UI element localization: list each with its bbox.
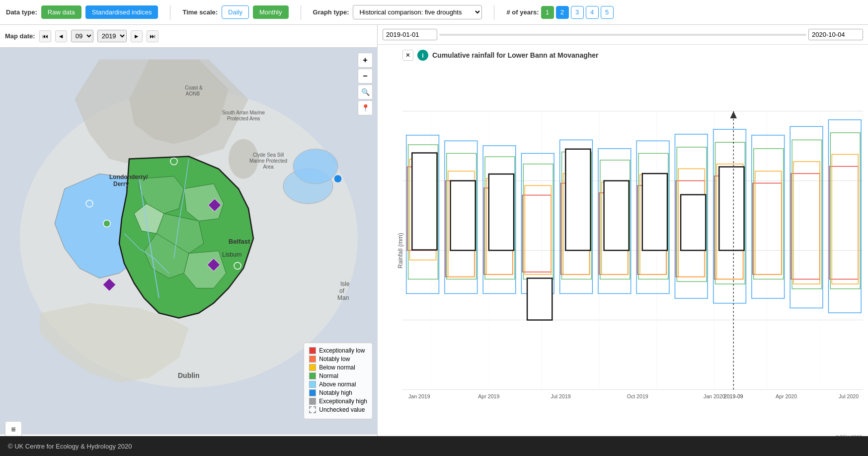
- svg-text:Derry: Derry: [113, 181, 129, 187]
- svg-text:Protected Area: Protected Area: [227, 116, 260, 121]
- svg-rect-95: [489, 174, 514, 251]
- map-last-btn[interactable]: ⏭: [147, 30, 158, 42]
- map-first-btn[interactable]: ⏮: [39, 30, 51, 42]
- svg-rect-97: [565, 149, 590, 251]
- legend-item-exc-high: Exceptionally high: [309, 398, 367, 405]
- main-toolbar: Data type: Raw data Standardised indices…: [0, 0, 868, 25]
- standardised-indices-button[interactable]: Standardised indices: [85, 5, 158, 19]
- svg-text:Dublin: Dublin: [178, 371, 200, 379]
- svg-point-4: [103, 220, 110, 227]
- y-axis-label: Rainfall (mm): [397, 233, 404, 268]
- year-btn-3[interactable]: 3: [571, 6, 584, 19]
- date-range-bar: 2019-01-01 2020-10-04: [378, 25, 868, 45]
- svg-rect-84: [521, 153, 554, 293]
- legend-item-notably-low: Notably low: [309, 356, 367, 363]
- svg-point-11: [293, 149, 338, 184]
- svg-text:Jan 2020: Jan 2020: [704, 393, 725, 399]
- map-legend: Exceptionally low Notably low Below norm…: [304, 343, 373, 419]
- svg-rect-98: [604, 181, 629, 250]
- svg-point-12: [334, 175, 342, 183]
- data-type-label: Data type:: [6, 8, 37, 16]
- daily-button[interactable]: Daily: [222, 5, 249, 19]
- svg-rect-79: [792, 140, 822, 288]
- svg-rect-66: [755, 171, 782, 274]
- svg-rect-94: [451, 181, 475, 250]
- graph-title: Cumulative rainfall for Lower Bann at Mo…: [432, 51, 599, 59]
- year-btn-4[interactable]: 4: [586, 6, 599, 19]
- legend-color-above-normal: [309, 381, 316, 388]
- legend-label-notably-high: Notably high: [319, 389, 352, 396]
- legend-label-normal: Normal: [319, 372, 338, 379]
- year-btn-1[interactable]: 1: [541, 6, 554, 19]
- legend-label-exc-low: Exceptionally low: [319, 347, 365, 354]
- svg-text:Area: Area: [263, 164, 274, 170]
- end-date-input[interactable]: 2020-10-04: [808, 29, 863, 40]
- svg-rect-100: [681, 194, 706, 250]
- month-select[interactable]: 010203 040506 070809 101112: [71, 30, 93, 42]
- map-panel: Map date: ⏮ ◄ 010203 040506 070809 10111…: [0, 25, 378, 456]
- legend-item-normal: Normal: [309, 372, 367, 379]
- time-scale-label: Time scale:: [182, 8, 218, 16]
- legend-label-unchecked: Unchecked value: [319, 406, 365, 413]
- layers-button[interactable]: ≡: [5, 421, 22, 438]
- legend-label-exc-high: Exceptionally high: [319, 398, 367, 405]
- legend-color-normal: [309, 372, 316, 379]
- year-select[interactable]: 201820192020: [97, 30, 127, 42]
- time-scale-group: Time scale: Daily Monthly: [182, 5, 288, 19]
- copyright-text: © UK Centre for Ecology & Hydrology 2020: [8, 443, 132, 450]
- svg-rect-67: [793, 162, 820, 284]
- map-next-btn[interactable]: ►: [131, 30, 143, 42]
- legend-color-below-normal: [309, 364, 316, 371]
- monthly-button[interactable]: Monthly: [253, 5, 289, 19]
- zoom-in-button[interactable]: +: [358, 53, 373, 68]
- year-btn-5[interactable]: 5: [601, 6, 614, 19]
- location-button[interactable]: 📍: [358, 100, 373, 115]
- svg-rect-60: [525, 185, 551, 274]
- svg-rect-80: [830, 133, 860, 289]
- chart-svg: 200 150 100 50: [402, 65, 863, 436]
- svg-text:2019-09: 2019-09: [724, 393, 743, 399]
- svg-rect-99: [642, 174, 667, 251]
- graph-panel: 2019-01-01 2020-10-04 ✕ i Cumulative rai…: [378, 25, 868, 456]
- svg-text:Apr 2019: Apr 2019: [478, 393, 499, 399]
- close-graph-button[interactable]: ✕: [402, 50, 413, 61]
- start-date-input[interactable]: 2019-01-01: [383, 29, 437, 40]
- raw-data-button[interactable]: Raw data: [41, 5, 81, 19]
- svg-rect-96: [527, 278, 552, 320]
- year-btn-2[interactable]: 2: [556, 6, 569, 19]
- map-container: Londonderry/ Derry Belfast Lisburn Isle …: [0, 48, 378, 434]
- svg-rect-101: [719, 167, 744, 250]
- legend-color-exc-low: [309, 347, 316, 354]
- legend-item-exc-low: Exceptionally low: [309, 347, 367, 354]
- num-years-group: # of years: 1 2 3 4 5: [506, 6, 613, 19]
- svg-text:Oct 2019: Oct 2019: [627, 393, 648, 399]
- svg-text:Isle: Isle: [340, 280, 350, 287]
- svg-text:Man: Man: [337, 294, 349, 301]
- svg-text:Londonderry/: Londonderry/: [109, 174, 148, 181]
- svg-marker-103: [730, 111, 737, 118]
- legend-item-below-normal: Below normal: [309, 364, 367, 371]
- svg-point-6: [234, 263, 241, 270]
- map-prev-btn[interactable]: ◄: [55, 30, 67, 42]
- graph-type-select[interactable]: Historical comparison: five droughts: [353, 5, 482, 19]
- search-button[interactable]: 🔍: [358, 85, 373, 99]
- num-years-label: # of years:: [506, 8, 539, 16]
- svg-text:Marine Protected: Marine Protected: [249, 158, 287, 164]
- legend-label-above-normal: Above normal: [319, 381, 356, 388]
- graph-content-area: ✕ i Cumulative rainfall for Lower Bann a…: [378, 45, 868, 456]
- graph-type-label: Graph type:: [313, 8, 349, 16]
- bottom-bar: © UK Centre for Ecology & Hydrology 2020: [0, 436, 868, 456]
- graph-title-bar: ✕ i Cumulative rainfall for Lower Bann a…: [402, 50, 863, 61]
- map-toolbar: Map date: ⏮ ◄ 010203 040506 070809 10111…: [0, 25, 377, 48]
- legend-item-unchecked: Unchecked value: [309, 406, 367, 413]
- toolbar-separator-1: [170, 5, 170, 20]
- svg-rect-56: [829, 167, 858, 279]
- legend-label-below-normal: Below normal: [319, 364, 355, 371]
- graph-type-group: Graph type: Historical comparison: five …: [313, 5, 482, 19]
- date-range-slider[interactable]: [439, 34, 806, 36]
- legend-item-notably-high: Notably high: [309, 389, 367, 396]
- zoom-out-button[interactable]: −: [358, 69, 373, 84]
- svg-rect-72: [523, 164, 553, 279]
- svg-point-7: [86, 200, 93, 207]
- svg-text:Jul 2020: Jul 2020: [839, 393, 859, 399]
